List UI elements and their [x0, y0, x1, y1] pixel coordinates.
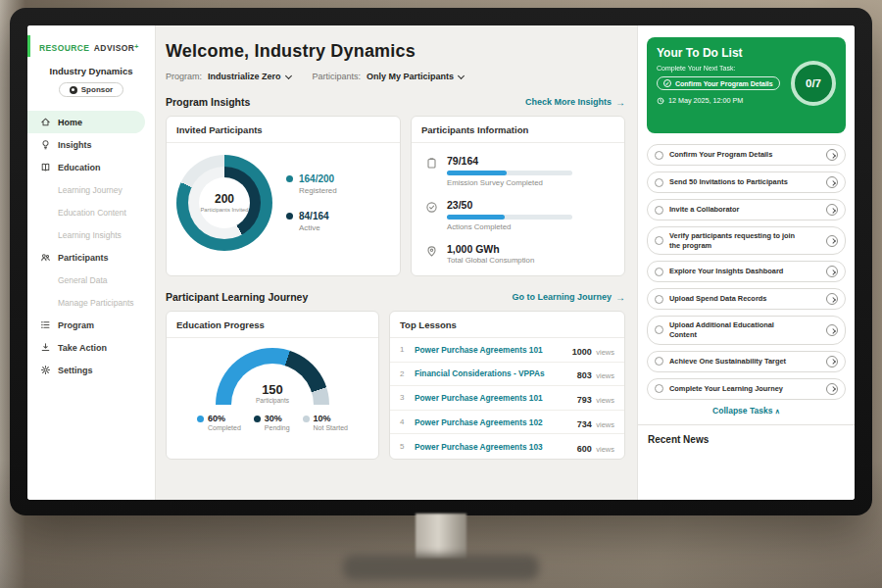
check-icon — [663, 79, 671, 87]
home-icon — [39, 117, 51, 128]
task-chevron-icon[interactable] — [826, 204, 838, 216]
lesson-views: 803 views — [577, 365, 614, 382]
sidebar-item-label: Manage Participants — [58, 298, 134, 308]
sidebar-item-program[interactable]: Program — [27, 314, 155, 336]
task-checkbox[interactable] — [655, 384, 663, 393]
task-label: Explore Your Insights Dashboard — [669, 267, 797, 276]
sidebar-item-label: Take Action — [58, 343, 107, 353]
sidebar-nav: Home Insights Education Learning Journey… — [27, 111, 155, 381]
stat-label: Total Global Consumption — [447, 256, 534, 265]
progress-fill — [447, 171, 507, 175]
task-chevron-icon[interactable] — [826, 383, 838, 395]
task-label: Upload Spend Data Records — [669, 294, 797, 304]
sidebar-item-take-action[interactable]: Take Action — [27, 336, 155, 359]
sidebar-item-participants[interactable]: Participants — [27, 246, 155, 269]
lesson-row[interactable]: 1 Power Purchase Agreements 101 1000 vie… — [390, 338, 624, 363]
task-chevron-icon[interactable] — [826, 235, 838, 247]
task-item[interactable]: Upload Spend Data Records — [647, 288, 846, 310]
task-chevron-icon[interactable] — [826, 176, 838, 188]
lesson-row[interactable]: 3 Power Purchase Agreements 101 793 view… — [390, 386, 624, 411]
lesson-row[interactable]: 4 Power Purchase Agreements 102 734 view… — [390, 411, 624, 435]
task-checkbox[interactable] — [655, 206, 663, 215]
next-task-pill[interactable]: Confirm Your Program Details — [657, 76, 780, 90]
sidebar-item-settings[interactable]: Settings — [27, 359, 155, 381]
list-icon — [39, 319, 51, 331]
check-more-insights-link[interactable]: Check More Insights — [525, 97, 625, 108]
task-checkbox[interactable] — [655, 325, 663, 334]
task-checkbox[interactable] — [655, 268, 663, 276]
sponsor-icon — [70, 86, 77, 94]
lesson-title-link[interactable]: Power Purchase Agreements 101 — [415, 393, 569, 403]
task-checkbox[interactable] — [655, 151, 663, 160]
lesson-rank: 2 — [400, 369, 407, 378]
not-started-dot-icon — [303, 416, 310, 422]
book-icon — [39, 162, 51, 173]
registered-dot-icon — [286, 175, 293, 182]
task-item[interactable]: Confirm Your Program Details — [647, 144, 846, 166]
lesson-title-link[interactable]: Power Purchase Agreements 102 — [415, 417, 569, 427]
recent-news-header: Recent News — [638, 424, 855, 445]
lesson-row[interactable]: 2 Financial Considerations - VPPAs 803 v… — [390, 363, 624, 387]
emission-survey-stat: 79/164 Emission Survey Completed — [425, 155, 611, 187]
task-item[interactable]: Verify participants requesting to join t… — [647, 226, 846, 255]
go-to-learning-journey-link[interactable]: Go to Learning Journey — [512, 292, 625, 303]
sidebar-item-insights[interactable]: Insights — [27, 133, 155, 156]
progress-bar — [447, 215, 572, 220]
sidebar-item-education[interactable]: Education — [27, 156, 155, 178]
lesson-row[interactable]: 5 Power Purchase Agreements 103 600 view… — [390, 434, 624, 459]
task-checkbox[interactable] — [655, 295, 663, 304]
task-item[interactable]: Complete Your Learning Journey — [647, 378, 846, 400]
pending-value: 30% — [265, 414, 282, 423]
task-label: Verify participants requesting to join t… — [669, 231, 797, 250]
sponsor-badge[interactable]: Sponsor — [59, 82, 123, 97]
insights-cards-row: Invited Participants 200 Participants In… — [166, 116, 625, 276]
task-chevron-icon[interactable] — [826, 149, 838, 161]
task-label: Achieve One Sustainability Target — [669, 357, 797, 367]
task-item[interactable]: Invite a Collaborator — [647, 199, 846, 220]
lesson-views: 734 views — [577, 414, 614, 431]
sidebar-item-learning-insights[interactable]: Learning Insights — [27, 223, 155, 246]
task-checkbox[interactable] — [655, 357, 663, 366]
lesson-views: 600 views — [577, 438, 614, 456]
chevron-down-icon — [284, 72, 291, 78]
active-label: Active — [299, 223, 329, 232]
todo-summary-card: Your To Do List Complete Your Next Task:… — [647, 37, 846, 133]
sidebar-item-label: Education — [58, 163, 101, 172]
task-checkbox[interactable] — [655, 236, 663, 245]
sidebar-item-manage-participants[interactable]: Manage Participants — [27, 291, 155, 314]
education-legend: 60% Completed 30% Pending 10% Not Starte… — [197, 414, 348, 431]
task-chevron-icon[interactable] — [826, 356, 838, 368]
task-chevron-icon[interactable] — [826, 293, 838, 305]
lesson-views: 793 views — [577, 389, 614, 407]
task-item[interactable]: Upload Additional Educational Content — [647, 316, 846, 344]
sidebar-item-label: Insights — [58, 140, 92, 150]
lesson-title-link[interactable]: Power Purchase Agreements 101 — [415, 345, 564, 355]
sidebar-item-general-data[interactable]: General Data — [27, 269, 155, 291]
stat-value: 79/164 — [447, 155, 572, 167]
task-item[interactable]: Achieve One Sustainability Target — [647, 351, 846, 372]
task-chevron-icon[interactable] — [826, 266, 838, 277]
task-item[interactable]: Send 50 Invitations to Participants — [647, 172, 846, 193]
lesson-title-link[interactable]: Financial Considerations - VPPAs — [415, 368, 569, 378]
logo-advisor: ADVISOR — [94, 43, 135, 53]
program-dropdown[interactable]: Industrialize Zero — [208, 72, 291, 81]
page-title: Welcome, Industry Dynamics — [166, 41, 625, 62]
sidebar-item-learning-journey[interactable]: Learning Journey — [27, 178, 155, 201]
task-checkbox[interactable] — [655, 178, 663, 187]
participants-dropdown[interactable]: Only My Participants — [367, 72, 464, 81]
lesson-title-link[interactable]: Power Purchase Agreements 103 — [415, 442, 569, 452]
task-chevron-icon[interactable] — [826, 324, 838, 336]
active-dot-icon — [286, 213, 293, 220]
logo-plus: + — [134, 43, 138, 50]
section-title: Participant Learning Journey — [166, 291, 308, 303]
todo-progress-ring: 0/7 — [791, 61, 836, 106]
sidebar: RESOURCE ADVISOR+ Industry Dynamics Spon… — [27, 25, 156, 500]
sidebar-item-home[interactable]: Home — [27, 111, 145, 133]
link-label: Check More Insights — [525, 97, 612, 107]
sidebar-item-education-content[interactable]: Education Content — [27, 201, 155, 223]
legend-active: 84/164 Active — [286, 211, 337, 232]
collapse-tasks-link[interactable]: Collapse Tasks ∧ — [647, 406, 846, 416]
task-item[interactable]: Explore Your Insights Dashboard — [647, 261, 846, 282]
learning-journey-header: Participant Learning Journey Go to Learn… — [166, 291, 625, 303]
sidebar-item-label: Settings — [58, 366, 93, 375]
